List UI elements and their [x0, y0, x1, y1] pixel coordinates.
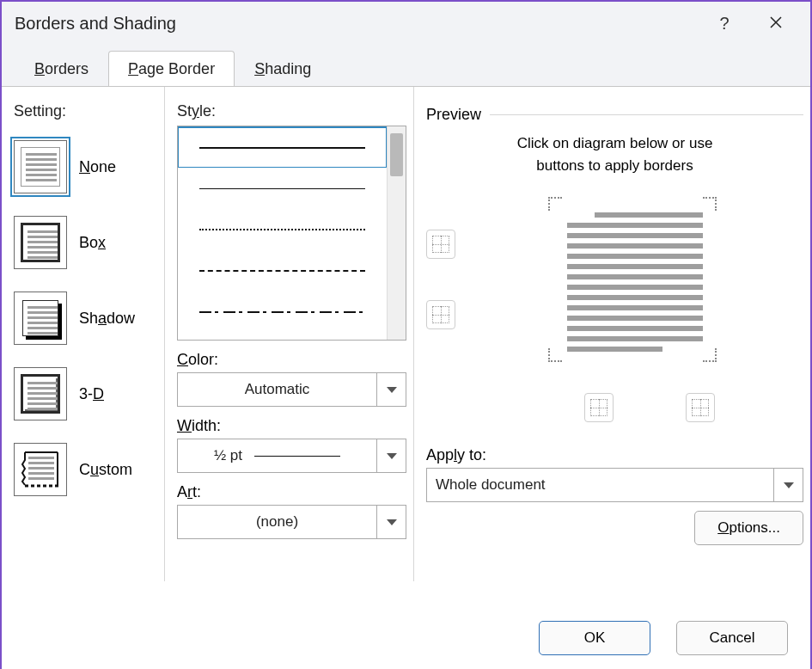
preview-label: Preview [426, 106, 481, 124]
setting-custom-icon [14, 443, 67, 496]
color-dropdown[interactable]: Automatic [177, 372, 406, 407]
style-item-thin[interactable] [178, 168, 387, 209]
border-top-button[interactable] [426, 230, 455, 259]
width-value: ½ pt [214, 447, 242, 464]
chevron-down-icon [387, 387, 397, 393]
svg-rect-5 [28, 462, 54, 464]
setting-3d-icon [14, 367, 67, 420]
chevron-down-icon [387, 519, 397, 525]
dialog-footer: OK Cancel [539, 621, 788, 655]
close-icon [769, 12, 783, 34]
color-label: Color: [177, 351, 406, 369]
help-button[interactable]: ? [703, 6, 746, 40]
grid-icon [590, 399, 607, 416]
setting-box-label: Box [79, 234, 106, 252]
setting-3d-label: 3-D [79, 385, 104, 403]
tab-label: Borders [34, 60, 89, 78]
width-dropdown[interactable]: ½ pt [177, 439, 406, 473]
style-item-dash[interactable] [178, 250, 387, 292]
tab-label: Page Border [128, 60, 215, 78]
setting-custom-label: Custom [79, 461, 132, 479]
style-scrollbar[interactable] [387, 126, 406, 340]
setting-box-icon [14, 216, 67, 269]
close-button[interactable] [754, 6, 797, 40]
setting-item-custom[interactable]: Custom [14, 432, 157, 507]
chevron-down-icon [387, 453, 397, 459]
preview-column: Preview Click on diagram below or usebut… [414, 87, 810, 581]
color-value: Automatic [245, 381, 310, 398]
grid-icon [432, 236, 449, 253]
help-icon: ? [719, 14, 729, 34]
dialog-body: Setting: None Box [2, 86, 810, 669]
setting-item-box[interactable]: Box [14, 205, 157, 280]
options-label: Options... [717, 519, 780, 537]
apply-to-value: Whole document [436, 476, 546, 494]
width-chevron[interactable] [377, 439, 406, 473]
tab-borders[interactable]: Borders [15, 51, 108, 87]
setting-none-icon [14, 140, 67, 193]
grid-icon [692, 399, 709, 416]
color-chevron[interactable] [377, 372, 406, 407]
cancel-button[interactable]: Cancel [676, 621, 788, 655]
ok-label: OK [584, 629, 606, 647]
art-dropdown[interactable]: (none) [177, 505, 406, 539]
style-item-solid[interactable] [178, 126, 387, 168]
tab-shading[interactable]: Shading [235, 51, 331, 87]
style-column: Style: Color: Automatic Wid [165, 87, 414, 581]
art-chevron[interactable] [377, 505, 406, 539]
setting-column: Setting: None Box [2, 87, 165, 581]
border-right-button[interactable] [686, 393, 715, 422]
chevron-down-icon [784, 482, 794, 488]
width-label: Width: [177, 417, 406, 435]
ok-button[interactable]: OK [539, 621, 650, 655]
svg-rect-4 [28, 457, 54, 459]
border-bottom-button[interactable] [426, 300, 455, 329]
style-item-dots[interactable] [178, 209, 387, 250]
apply-to-label: Apply to: [426, 446, 803, 464]
art-value: (none) [256, 513, 298, 531]
svg-rect-6 [28, 467, 54, 470]
preview-page[interactable] [533, 181, 732, 377]
titlebar: Borders and Shading ? [2, 2, 810, 45]
style-item-dashdot[interactable] [178, 292, 387, 333]
apply-to-chevron[interactable] [774, 468, 803, 502]
setting-item-none[interactable]: None [14, 129, 157, 205]
setting-item-shadow[interactable]: Shadow [14, 280, 157, 356]
setting-item-3d[interactable]: 3-D [14, 356, 157, 432]
svg-rect-7 [28, 472, 54, 475]
art-label: Art: [177, 483, 406, 501]
dialog-title: Borders and Shading [15, 14, 176, 34]
setting-shadow-icon [14, 292, 67, 345]
tabbar: Borders Page Border Shading [2, 45, 810, 86]
grid-icon [432, 306, 449, 323]
preview-hint: Click on diagram below or usebuttons to … [426, 132, 803, 176]
tab-label: Shading [254, 60, 311, 78]
border-left-button[interactable] [584, 393, 614, 422]
scrollbar-thumb[interactable] [390, 133, 403, 176]
style-list[interactable] [177, 126, 406, 341]
borders-and-shading-dialog: Borders and Shading ? Borders Page Borde… [0, 0, 812, 669]
cancel-label: Cancel [710, 629, 755, 647]
tab-page-border[interactable]: Page Border [108, 51, 235, 87]
style-label: Style: [177, 102, 406, 120]
setting-none-label: None [79, 158, 116, 176]
setting-label: Setting: [14, 102, 157, 120]
options-button[interactable]: Options... [694, 511, 803, 545]
setting-shadow-label: Shadow [79, 310, 135, 328]
svg-rect-8 [28, 477, 54, 480]
apply-to-dropdown[interactable]: Whole document [426, 468, 803, 502]
